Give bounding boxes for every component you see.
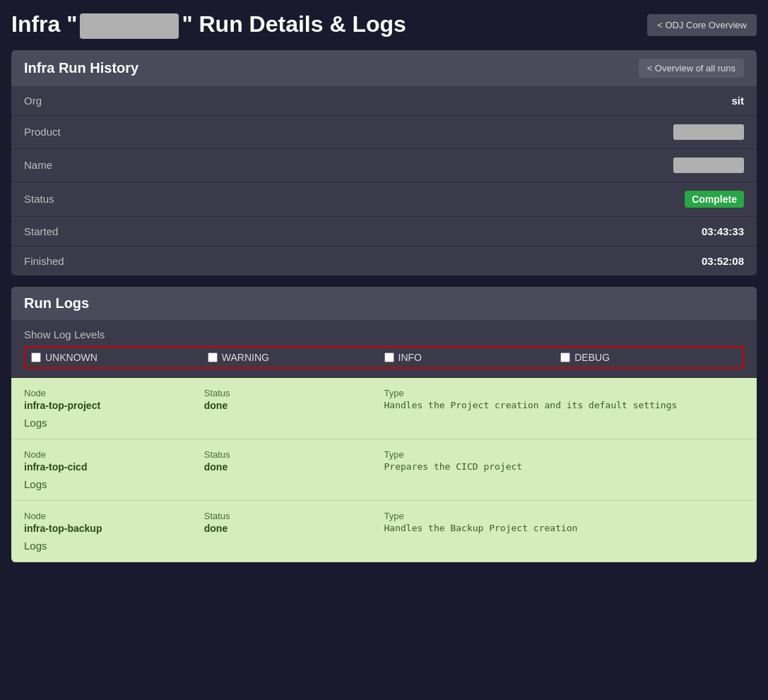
log-entry-0-type-value: Handles the Project creation and its def…	[384, 400, 745, 410]
log-entry-0-header: Node infra-top-project Status done Type …	[24, 388, 744, 411]
product-label: Product	[24, 126, 61, 138]
log-level-debug-label: DEBUG	[574, 352, 610, 363]
name-row: Name	[11, 149, 757, 182]
log-level-info[interactable]: INFO	[384, 352, 561, 363]
log-level-debug[interactable]: DEBUG	[560, 352, 737, 363]
log-entry-2-status-label: Status	[204, 511, 384, 521]
log-entry-2-node-col: Node infra-top-backup	[24, 511, 204, 534]
run-logs-title: Run Logs	[24, 295, 89, 312]
log-entry-2: Node infra-top-backup Status done Type H…	[11, 501, 757, 562]
log-entry-1-status-value: done	[204, 461, 384, 473]
log-levels-label: Show Log Levels	[24, 328, 744, 340]
infra-run-history-panel: Infra Run History < Overview of all runs…	[11, 50, 757, 275]
log-entry-0-logs-label: Logs	[24, 417, 744, 429]
log-level-info-label: INFO	[398, 352, 422, 363]
log-level-unknown[interactable]: UNKNOWN	[31, 352, 208, 363]
log-entry-2-status-value: done	[204, 523, 384, 534]
log-entry-0: Node infra-top-project Status done Type …	[11, 378, 757, 439]
panel-header-infra: Infra Run History < Overview of all runs	[11, 50, 757, 86]
back-button[interactable]: < ODJ Core Overview	[647, 14, 757, 36]
name-value-redacted	[673, 158, 744, 173]
log-entry-1-type-label: Type	[384, 449, 745, 460]
log-entry-1-node-col: Node infra-top-cicd	[24, 449, 204, 473]
log-entry-2-logs-label: Logs	[24, 540, 744, 552]
log-entry-1-node-value: infra-top-cicd	[24, 461, 204, 473]
panel-header-logs: Run Logs	[11, 287, 757, 320]
log-levels-checkboxes-container: UNKNOWN WARNING INFO DEBUG	[24, 346, 744, 369]
log-entry-0-node-value: infra-top-project	[24, 400, 204, 411]
checkbox-warning[interactable]	[208, 352, 218, 362]
log-entry-1-type-value: Prepares the CICD project	[384, 461, 745, 472]
checkbox-unknown[interactable]	[31, 352, 41, 362]
finished-row: Finished 03:52:08	[11, 247, 757, 275]
org-value: sit	[731, 95, 744, 107]
log-levels-section: Show Log Levels UNKNOWN WARNING INFO DEB…	[11, 320, 757, 378]
title-prefix: Infra "	[11, 11, 77, 37]
log-entry-0-type-col: Type Handles the Project creation and it…	[384, 388, 745, 411]
product-value-redacted	[673, 124, 744, 140]
log-entry-0-node-label: Node	[24, 388, 204, 398]
infra-run-history-title: Infra Run History	[24, 60, 138, 76]
overview-all-runs-button[interactable]: < Overview of all runs	[639, 59, 744, 78]
log-entry-1-node-label: Node	[24, 449, 204, 460]
log-entry-1-logs-label: Logs	[24, 478, 744, 490]
status-badge: Complete	[685, 191, 744, 208]
status-row: Status Complete	[11, 182, 757, 217]
log-entry-2-status-col: Status done	[204, 511, 384, 534]
log-entry-0-status-label: Status	[204, 388, 384, 398]
log-entry-0-status-value: done	[204, 400, 384, 411]
started-row: Started 03:43:33	[11, 217, 757, 247]
title-suffix: " Run Details & Logs	[182, 11, 406, 37]
log-entry-1-header: Node infra-top-cicd Status done Type Pre…	[24, 449, 744, 473]
log-entry-2-type-col: Type Handles the Backup Project creation	[384, 511, 745, 534]
product-row: Product	[11, 116, 757, 149]
log-entry-2-header: Node infra-top-backup Status done Type H…	[24, 511, 744, 534]
started-value: 03:43:33	[702, 225, 744, 237]
finished-value: 03:52:08	[702, 255, 744, 267]
page-header: Infra "" Run Details & Logs < ODJ Core O…	[11, 11, 757, 39]
log-level-warning[interactable]: WARNING	[208, 352, 384, 363]
log-entry-1: Node infra-top-cicd Status done Type Pre…	[11, 439, 757, 501]
org-row: Org sit	[11, 86, 757, 116]
log-entry-2-type-value: Handles the Backup Project creation	[384, 523, 745, 533]
log-entry-1-status-col: Status done	[204, 449, 384, 473]
log-entry-0-status-col: Status done	[204, 388, 384, 411]
org-label: Org	[24, 95, 42, 107]
finished-label: Finished	[24, 255, 64, 267]
log-entry-2-type-label: Type	[384, 511, 745, 521]
log-level-warning-label: WARNING	[222, 352, 269, 363]
log-entry-2-node-label: Node	[24, 511, 204, 521]
started-label: Started	[24, 225, 58, 237]
log-entry-1-status-label: Status	[204, 449, 384, 460]
name-label: Name	[24, 159, 52, 171]
log-entry-0-node-col: Node infra-top-project	[24, 388, 204, 411]
run-logs-panel: Run Logs Show Log Levels UNKNOWN WARNING…	[11, 287, 757, 562]
page-title: Infra "" Run Details & Logs	[11, 11, 406, 39]
title-redacted	[80, 13, 179, 39]
log-entry-2-node-value: infra-top-backup	[24, 523, 204, 534]
log-entry-1-type-col: Type Prepares the CICD project	[384, 449, 745, 473]
log-level-unknown-label: UNKNOWN	[45, 352, 98, 363]
log-entry-0-type-label: Type	[384, 388, 745, 398]
status-label: Status	[24, 193, 54, 205]
checkbox-debug[interactable]	[560, 352, 570, 362]
checkbox-info[interactable]	[384, 352, 394, 362]
